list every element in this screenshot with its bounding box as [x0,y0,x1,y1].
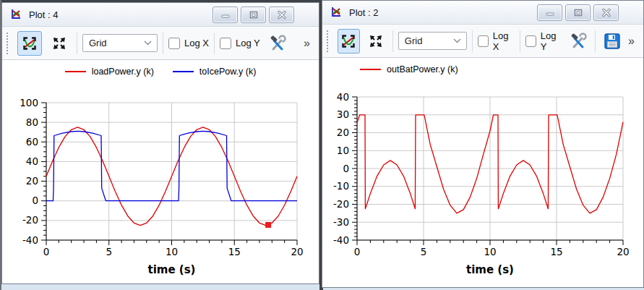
plot-area: loadPower.y (k) toIcePow.y (k) 05101520-… [2,60,319,283]
log-y-label: Log Y [236,38,260,48]
auto-scale-button[interactable] [365,29,387,54]
svg-text:10: 10 [166,246,178,257]
svg-text:30: 30 [337,108,349,120]
save-button[interactable] [601,29,623,54]
toolbar-drag-handle[interactable] [7,33,11,54]
svg-text:20: 20 [337,127,349,138]
close-button[interactable] [269,7,294,23]
toolbar-separator [520,30,520,52]
svg-text:40: 40 [337,91,349,103]
hammer-wrench-icon [570,33,587,50]
svg-text:80: 80 [26,116,38,128]
svg-text:-40: -40 [333,234,349,246]
log-x-checkbox[interactable]: Log X [168,38,209,49]
svg-text:-20: -20 [333,198,349,210]
save-floppy-icon [604,33,621,50]
legend: loadPower.y (k) toIcePow.y (k) [2,60,319,83]
svg-text:15: 15 [550,246,562,257]
svg-text:20: 20 [617,246,629,257]
log-x-label: Log X [184,38,209,48]
svg-text:-20: -20 [22,214,38,226]
svg-text:60: 60 [26,136,38,148]
svg-text:20: 20 [26,175,38,187]
checkbox-icon [220,38,231,49]
legend-line-sample [65,71,86,72]
legend-item: loadPower.y (k) [65,67,154,77]
svg-text:0: 0 [43,246,50,257]
checkbox-icon [525,35,536,47]
toolbar-separator [472,30,473,52]
chart-canvas-plot4[interactable]: 05101520-40-20020406080100time (s) [2,83,319,283]
chart-canvas-plot2[interactable]: 05101520-40-30-20-10010203040time (s) [322,81,643,287]
svg-text:5: 5 [106,246,112,257]
svg-text:10: 10 [484,246,496,257]
log-y-checkbox[interactable]: Log Y [220,38,260,49]
fit-in-view-button[interactable] [17,31,42,56]
minimize-button[interactable] [537,4,562,21]
svg-text:5: 5 [421,246,427,257]
svg-text:-40: -40 [22,234,38,246]
svg-text:10: 10 [337,145,349,156]
plot-window-icon [9,8,22,21]
log-x-checkbox[interactable]: Log X [478,30,515,52]
toolbar-separator [392,30,393,52]
chevron-down-icon [144,40,152,46]
plot-window-icon [330,6,343,19]
titlebar[interactable]: Plot : 2 [322,1,643,25]
toolbar-separator [214,33,215,54]
legend-line-sample [360,69,381,70]
svg-text:15: 15 [228,246,241,257]
svg-text:20: 20 [291,246,303,257]
setup-button[interactable] [265,31,290,56]
plot-window-4: Plot : 4 [1,2,319,284]
chevron-down-icon [453,38,461,43]
toolbar: Grid Log X Log Y » [2,27,319,60]
toolbar-separator [163,33,163,54]
legend-item: outBatPower.y (k) [360,64,458,74]
plot-window-2: Plot : 2 [322,0,644,288]
grid-select[interactable]: Grid [398,32,468,50]
fit-in-view-button[interactable] [338,29,360,54]
grid-select[interactable]: Grid [82,34,158,52]
toolbar-overflow-button[interactable]: » [304,38,310,49]
svg-text:0: 0 [354,246,361,257]
grid-select-value: Grid [405,35,423,46]
window-title: Plot : 4 [29,9,58,20]
toolbar-separator [77,33,77,54]
plot-area: outBatPower.y (k) 05101520-40-30-20-1001… [322,58,643,287]
maximize-button[interactable] [241,7,266,23]
legend-label: outBatPower.y (k) [387,64,458,74]
fit-in-view-icon [22,35,38,51]
log-y-checkbox[interactable]: Log Y [525,30,562,52]
legend-item: toIcePow.y (k) [173,67,257,77]
svg-text:40: 40 [26,155,38,167]
titlebar[interactable]: Plot : 4 [2,3,319,27]
toolbar: Grid Log X Log Y [322,25,643,58]
log-x-label: Log X [493,30,515,52]
caption-buttons [534,4,619,21]
toolbar-drag-handle[interactable] [327,30,331,52]
close-button[interactable] [593,4,619,21]
log-y-label: Log Y [541,30,562,52]
svg-text:-10: -10 [333,180,349,192]
setup-button[interactable] [567,29,590,54]
fit-in-view-icon [340,33,356,49]
svg-text:0: 0 [32,195,38,206]
auto-scale-button[interactable] [47,31,72,56]
legend-line-sample [173,71,194,72]
svg-text:100: 100 [20,97,38,108]
hammer-wrench-icon [269,35,286,52]
svg-text:time (s): time (s) [466,263,514,276]
minimize-button[interactable] [212,7,238,23]
toolbar-overflow-button[interactable]: » [628,35,635,47]
legend: outBatPower.y (k) [322,58,643,81]
maximize-button[interactable] [565,4,591,21]
svg-text:0: 0 [343,163,349,174]
grid-select-value: Grid [89,38,107,48]
caption-buttons [210,7,294,23]
legend-label: toIcePow.y (k) [199,67,257,77]
checkbox-icon [478,35,489,47]
expand-arrows-icon [51,35,67,51]
expand-arrows-icon [368,33,384,49]
svg-text:time (s): time (s) [148,263,196,276]
